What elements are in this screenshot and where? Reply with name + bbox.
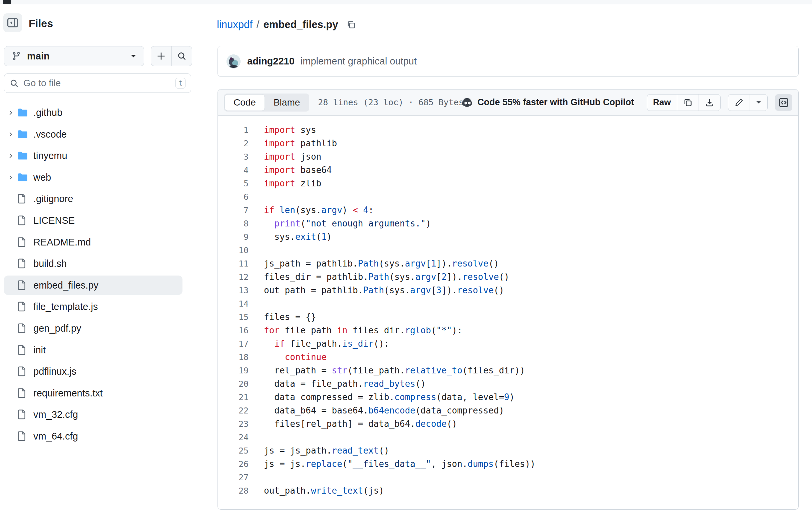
tree-item-label: init — [33, 345, 46, 356]
line-number[interactable]: 1 — [218, 125, 249, 135]
copy-file-button[interactable] — [677, 94, 699, 111]
code-line-21: 21 data_compressed = zlib.compress(data,… — [218, 390, 798, 404]
tree-item--github[interactable]: .github — [4, 103, 182, 122]
line-number[interactable]: 27 — [218, 472, 249, 482]
edit-dropdown-caret[interactable] — [750, 94, 767, 111]
commit-author[interactable]: ading2210 — [247, 56, 295, 67]
tree-item-init[interactable]: init — [4, 340, 182, 360]
tree-item-license[interactable]: LICENSE — [4, 211, 182, 230]
line-number[interactable]: 18 — [218, 352, 249, 362]
copilot-icon — [461, 98, 473, 108]
breadcrumb: linuxpdf / embed_files.py — [217, 17, 356, 33]
tree-item--gitignore[interactable]: .gitignore — [4, 189, 182, 209]
line-content: import pathlib — [264, 138, 337, 148]
github-file-page: Files main — [0, 0, 812, 515]
chevron-right-icon[interactable] — [4, 110, 17, 115]
line-content: data_b64 = base64.b64encode(data_compres… — [264, 405, 504, 415]
raw-button-label: Raw — [653, 97, 671, 108]
line-number[interactable]: 16 — [218, 326, 249, 335]
tree-item-web[interactable]: web — [4, 168, 182, 187]
line-number[interactable]: 14 — [218, 299, 249, 308]
tree-item-label: vm_64.cfg — [33, 431, 78, 442]
tree-item-file-template-js[interactable]: file_template.js — [4, 297, 182, 316]
line-content: data_compressed = zlib.compress(data, le… — [264, 392, 515, 402]
breadcrumb-file-name: embed_files.py — [263, 19, 338, 31]
line-number[interactable]: 19 — [218, 366, 249, 375]
code-line-26: 26js = js.replace("__files_data__", json… — [218, 457, 798, 470]
code-line-4: 4import base64 — [218, 163, 798, 177]
line-number[interactable]: 12 — [218, 272, 249, 282]
line-number[interactable]: 23 — [218, 419, 249, 429]
line-content: import base64 — [264, 165, 332, 175]
file-toolbar: CodeBlame 28 lines (23 loc) · 685 Bytes … — [218, 89, 798, 115]
tree-item--vscode[interactable]: .vscode — [4, 125, 182, 144]
chevron-right-icon[interactable] — [4, 175, 17, 180]
line-number[interactable]: 24 — [218, 433, 249, 442]
edit-file-button[interactable] — [728, 94, 750, 111]
tree-item-label: .vscode — [33, 129, 67, 140]
chevron-right-icon[interactable] — [4, 132, 17, 137]
symbols-panel-button[interactable] — [775, 94, 792, 111]
code-line-3: 3import json — [218, 150, 798, 163]
line-number[interactable]: 9 — [218, 232, 249, 242]
tree-item-vm-32-cfg[interactable]: vm_32.cfg — [4, 405, 182, 424]
line-content: if file_path.is_dir(): — [264, 338, 389, 349]
file-meta-text: 28 lines (23 loc) · 685 Bytes — [318, 98, 464, 107]
line-number[interactable]: 6 — [218, 192, 249, 202]
edit-button-group — [728, 94, 767, 111]
tab-code[interactable]: Code — [225, 94, 265, 111]
tree-item-label: LICENSE — [33, 215, 75, 226]
line-number[interactable]: 4 — [218, 165, 249, 175]
line-number[interactable]: 22 — [218, 406, 249, 415]
line-content: for file_path in files_dir.rglob("*"): — [264, 325, 462, 335]
code-line-19: 19 rel_path = str(file_path.relative_to(… — [218, 364, 798, 377]
line-number[interactable]: 11 — [218, 259, 249, 269]
tree-item-readme-md[interactable]: README.md — [4, 233, 182, 252]
file-tree: .github.vscodetinyemuweb.gitignoreLICENS… — [0, 5, 204, 515]
avatar[interactable] — [227, 54, 240, 69]
tree-item-label: file_template.js — [33, 301, 98, 312]
copilot-banner[interactable]: Code 55% faster with GitHub Copilot — [461, 97, 634, 108]
file-sidebar: Files main — [0, 5, 204, 515]
code-line-14: 14 — [218, 297, 798, 310]
download-button[interactable] — [699, 94, 720, 111]
file-icon — [17, 431, 32, 441]
line-content: out_path = pathlib.Path(sys.argv[3]).res… — [264, 285, 504, 295]
tree-item-requirements-txt[interactable]: requirements.txt — [4, 383, 182, 403]
line-number[interactable]: 10 — [218, 245, 249, 255]
line-number[interactable]: 26 — [218, 459, 249, 469]
code-view: 1import sys2import pathlib3import json4i… — [218, 116, 798, 509]
line-number[interactable]: 17 — [218, 339, 249, 349]
header-dark-fragment — [3, 0, 11, 4]
chevron-right-icon[interactable] — [4, 153, 17, 159]
line-number[interactable]: 8 — [218, 219, 249, 228]
line-number[interactable]: 15 — [218, 312, 249, 322]
tree-item-tinyemu[interactable]: tinyemu — [4, 146, 182, 165]
line-content: js = js_path.read_text() — [264, 445, 389, 456]
tree-item-build-sh[interactable]: build.sh — [4, 254, 182, 273]
line-number[interactable]: 3 — [218, 152, 249, 162]
tree-item-pdflinux-js[interactable]: pdflinux.js — [4, 362, 182, 381]
line-number[interactable]: 20 — [218, 379, 249, 389]
tree-item-gen-pdf-py[interactable]: gen_pdf.py — [4, 319, 182, 338]
folder-icon — [17, 108, 32, 117]
line-number[interactable]: 25 — [218, 446, 249, 456]
copy-path-icon[interactable] — [347, 20, 356, 29]
raw-button[interactable]: Raw — [647, 94, 677, 111]
line-number[interactable]: 13 — [218, 286, 249, 295]
line-number[interactable]: 2 — [218, 139, 249, 148]
latest-commit-bar[interactable]: ading2210 implement graphical output — [218, 46, 799, 77]
commit-message[interactable]: implement graphical output — [300, 56, 417, 67]
tree-item-vm-64-cfg[interactable]: vm_64.cfg — [4, 427, 182, 446]
line-number[interactable]: 5 — [218, 179, 249, 188]
tree-item-embed-files-py[interactable]: embed_files.py — [4, 275, 182, 295]
code-line-10: 10 — [218, 243, 798, 257]
line-number[interactable]: 28 — [218, 486, 249, 496]
breadcrumb-repo-link[interactable]: linuxpdf — [217, 19, 253, 31]
breadcrumb-separator: / — [253, 19, 264, 31]
line-number[interactable]: 7 — [218, 206, 249, 215]
line-content: if len(sys.argv) < 4: — [264, 205, 374, 215]
line-content: files_dir = pathlib.Path(sys.argv[2]).re… — [264, 272, 510, 282]
tab-blame[interactable]: Blame — [265, 94, 309, 111]
line-number[interactable]: 21 — [218, 392, 249, 402]
